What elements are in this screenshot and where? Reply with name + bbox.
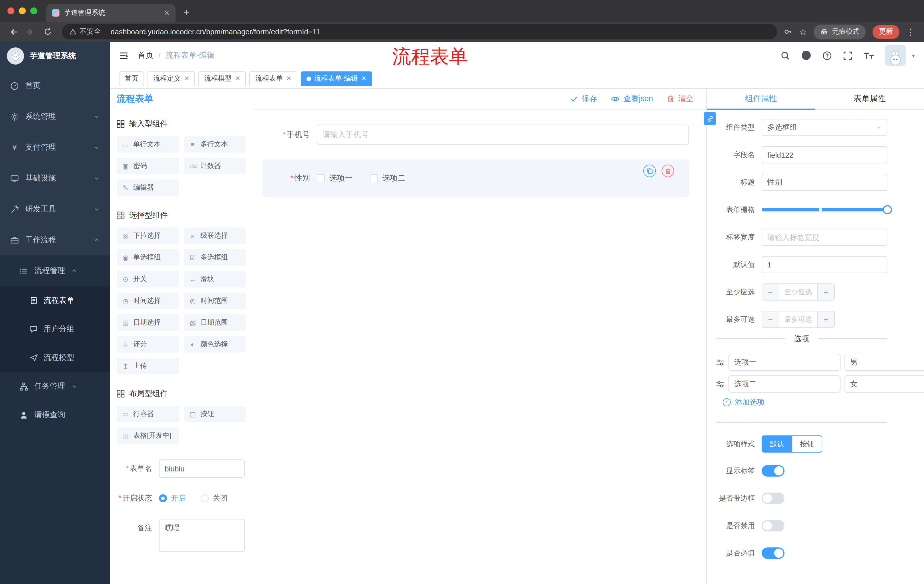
palette-item-color-picker[interactable]: ◐颜色选择 [184, 336, 246, 352]
back-icon[interactable] [6, 24, 21, 39]
delete-component-button[interactable] [662, 165, 674, 177]
bookmark-star-icon[interactable]: ☆ [799, 26, 807, 37]
tag-process-form-edit[interactable]: 流程表单-编辑 ✕ [300, 71, 372, 86]
tab-close-icon[interactable]: ✕ [163, 8, 170, 17]
tag-process-model[interactable]: 流程模型 ✕ [198, 71, 246, 86]
palette-item-cascader[interactable]: »级联选择 [184, 227, 246, 244]
option-name-input[interactable] [728, 375, 840, 393]
close-icon[interactable]: ✕ [235, 75, 240, 82]
plus-button[interactable]: + [818, 311, 834, 327]
required-toggle[interactable] [762, 548, 784, 559]
breadcrumb-home[interactable]: 首页 [138, 50, 153, 61]
sidebar-item-devtools[interactable]: 研发工具 [0, 194, 110, 225]
form-name-input[interactable] [159, 459, 245, 478]
palette-item-time-picker[interactable]: ◷时间选择 [117, 293, 179, 309]
link-badge[interactable] [704, 112, 716, 125]
fullscreen-icon[interactable] [843, 51, 853, 60]
duplicate-component-button[interactable] [643, 165, 656, 177]
palette-item-rate[interactable]: ☆评分 [117, 336, 179, 352]
option-value-input[interactable] [845, 375, 924, 393]
sidebar-item-workflow[interactable]: 工作流程 [0, 225, 110, 255]
drag-handle-icon[interactable] [716, 380, 724, 388]
sidebar-item-process-form[interactable]: 流程表单 [0, 286, 110, 315]
title-input[interactable] [762, 174, 888, 191]
github-icon[interactable] [801, 50, 811, 61]
tag-process-definition[interactable]: 流程定义 ✕ [147, 71, 195, 86]
sidebar-item-leave-query[interactable]: 请假查询 [0, 401, 110, 429]
help-icon[interactable] [822, 51, 832, 60]
sidebar-item-infrastructure[interactable]: 基础设施 [0, 163, 110, 194]
palette-item-switch[interactable]: ⊙开关 [117, 271, 179, 288]
sidebar-item-process-management[interactable]: 流程管理 [0, 255, 110, 286]
grid-slider[interactable] [762, 201, 888, 218]
style-button-button[interactable]: 按钮 [792, 436, 822, 452]
close-icon[interactable]: ✕ [184, 75, 189, 82]
option-value-input[interactable] [845, 354, 924, 371]
add-option-button[interactable]: + 添加选项 [723, 397, 888, 408]
slider-handle[interactable] [883, 205, 892, 214]
palette-item-table[interactable]: ▦表格[开发中] [117, 428, 179, 444]
browser-menu-icon[interactable]: ⋮ [906, 26, 915, 37]
gender-option-2-checkbox[interactable]: 选项二 [370, 173, 405, 183]
key-icon[interactable] [784, 28, 792, 36]
drag-handle-icon[interactable] [716, 358, 724, 367]
sidebar-item-user-group[interactable]: 用户分组 [0, 315, 110, 344]
default-value-input[interactable] [762, 256, 888, 273]
min-select-value[interactable]: 至少应选 [779, 284, 818, 300]
forward-icon[interactable] [23, 24, 38, 39]
status-on-radio[interactable]: 开启 [159, 493, 186, 503]
show-label-toggle[interactable] [762, 465, 784, 477]
sidebar-item-process-model[interactable]: 流程模型 [0, 344, 110, 372]
tab-form-props[interactable]: 表单属性 [815, 89, 924, 109]
palette-item-checkbox-group[interactable]: ☑多选框组 [184, 249, 246, 266]
browser-tab[interactable]: 芋道管理系统 ✕ [46, 4, 175, 22]
collapse-sidebar-icon[interactable] [119, 51, 129, 60]
tag-home[interactable]: 首页 [119, 71, 144, 86]
palette-item-upload[interactable]: ↥上传 [117, 358, 179, 374]
view-json-button[interactable]: 查看json [610, 94, 653, 104]
palette-item-select[interactable]: ◎下拉选择 [117, 227, 179, 244]
search-icon[interactable] [780, 51, 790, 60]
max-select-value[interactable]: 最多可选 [779, 311, 818, 327]
clear-button[interactable]: 清空 [667, 94, 693, 104]
reload-icon[interactable] [40, 24, 55, 39]
close-icon[interactable]: ✕ [286, 75, 291, 82]
user-avatar[interactable] [885, 45, 906, 66]
sidebar-item-home[interactable]: 首页 [0, 70, 110, 101]
palette-item-date-range[interactable]: ▧日期范围 [184, 314, 246, 331]
palette-item-button[interactable]: ▢按钮 [184, 406, 246, 422]
palette-item-radio-group[interactable]: ◉单选框组 [117, 249, 179, 266]
close-window-button[interactable] [7, 7, 14, 14]
palette-item-single-text[interactable]: ▭单行文本 [117, 136, 179, 153]
palette-item-counter[interactable]: 123计数器 [184, 158, 246, 174]
tag-process-form[interactable]: 流程表单 ✕ [249, 71, 297, 86]
selected-component-panel[interactable]: *性别 选项一 选项二 [262, 160, 689, 197]
palette-item-time-range[interactable]: ◴时间范围 [184, 293, 246, 309]
zoom-window-button[interactable] [30, 7, 37, 14]
avatar-caret-icon[interactable]: ▾ [912, 52, 915, 59]
tab-component-props[interactable]: 组件属性 [707, 89, 815, 109]
palette-item-slider[interactable]: ↔滑块 [184, 271, 246, 288]
minimize-window-button[interactable] [19, 7, 26, 14]
status-off-radio[interactable]: 关闭 [201, 493, 228, 503]
style-default-button[interactable]: 默认 [762, 436, 792, 452]
close-icon[interactable]: ✕ [361, 75, 366, 82]
plus-button[interactable]: + [818, 284, 834, 300]
palette-item-textarea[interactable]: ≡多行文本 [184, 136, 246, 153]
palette-item-row-container[interactable]: ▭行容器 [117, 406, 179, 422]
save-button[interactable]: 保存 [570, 94, 597, 104]
address-bar[interactable]: 不安全 dashboard.yudao.iocoder.cn/bpm/manag… [62, 24, 777, 39]
remark-textarea[interactable]: 嘿嘿 [159, 519, 245, 552]
update-browser-button[interactable]: 更新 [873, 25, 899, 39]
palette-item-editor[interactable]: ✎编辑器 [117, 179, 179, 196]
palette-item-date-picker[interactable]: ▦日期选择 [117, 314, 179, 331]
palette-item-password[interactable]: ▣密码 [117, 158, 179, 174]
sidebar-item-task-management[interactable]: 任务管理 [0, 372, 110, 401]
component-type-select[interactable]: 多选框组 [762, 119, 888, 136]
phone-input[interactable] [317, 125, 689, 145]
option-name-input[interactable] [728, 354, 840, 371]
minus-button[interactable]: − [762, 311, 779, 327]
disabled-toggle[interactable] [762, 520, 784, 531]
minus-button[interactable]: − [762, 284, 779, 300]
sidebar-item-payment[interactable]: ¥ 支付管理 [0, 132, 110, 163]
